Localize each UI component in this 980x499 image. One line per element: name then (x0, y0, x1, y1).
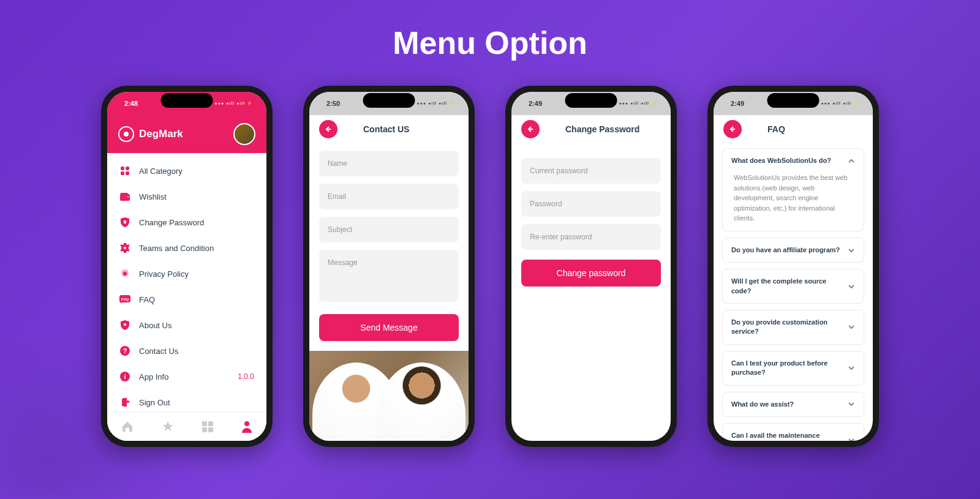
faq-item[interactable]: Will I get the complete source code? (722, 269, 864, 304)
svg-rect-1 (126, 167, 129, 170)
status-time: 2:50 (326, 100, 340, 107)
chevron-down-icon (848, 402, 855, 407)
phone-contact: 2:50 ●●● ●ıll ●ıll ⚡ Contact US Send Mes… (303, 86, 475, 447)
menu-item-terms[interactable]: Teams and Condition (107, 235, 266, 261)
menu-label: App Info (139, 372, 229, 381)
bottom-nav (107, 411, 266, 441)
grid-icon (119, 165, 130, 176)
brand-bar: DegMark (107, 115, 266, 153)
nav-profile[interactable] (241, 421, 252, 433)
screen-title: Contact US (363, 124, 409, 134)
svg-text:i: i (124, 373, 126, 380)
faq-item[interactable]: What do we assist? (722, 392, 864, 417)
nav-star[interactable] (162, 421, 174, 433)
page-title: Menu Option (393, 24, 587, 61)
gear-icon (119, 242, 130, 253)
chevron-down-icon (848, 366, 855, 370)
help-icon: ? (119, 345, 130, 356)
phone-password: 2:49 ●●● ●ıll ●ıll ⚡ Change Password Cha… (505, 86, 677, 447)
status-icons: ●●● ●ıll ●ıll ⚡ (619, 101, 657, 106)
menu-item-about[interactable]: About Us (107, 312, 266, 338)
menu-label: Teams and Condition (139, 244, 254, 253)
svg-rect-4 (124, 220, 126, 223)
menu-label: Change Password (139, 218, 254, 227)
menu-list: All Category Wishlist Change Password Te… (107, 153, 266, 420)
status-icons: ●●● ●ıll ●ıll ⚡ (214, 101, 253, 106)
reenter-password-field[interactable] (521, 224, 661, 250)
faq-list: What does WebSolutionUs do? WebSolutionU… (714, 143, 873, 441)
svg-rect-0 (121, 167, 124, 170)
wallet-icon (119, 191, 130, 202)
svg-rect-17 (208, 427, 213, 432)
faq-question: What do we assist? (731, 400, 794, 409)
menu-item-appinfo[interactable]: i App Info 1.0.0 (107, 364, 266, 389)
menu-item-faq[interactable]: FAQ FAQ (107, 287, 266, 312)
menu-label: Contact Us (139, 347, 254, 356)
menu-item-change-password[interactable]: Change Password (107, 209, 266, 235)
faq-question: What does WebSolutionUs do? (731, 156, 831, 165)
faq-item[interactable]: What does WebSolutionUs do? WebSolutionU… (722, 148, 864, 231)
screen-header: Change Password (511, 115, 671, 143)
status-time: 2:48 (124, 100, 138, 107)
svg-point-8 (124, 323, 126, 326)
faq-item[interactable]: Do you have an affiliate program? (722, 238, 864, 263)
password-form: Change password (511, 143, 671, 294)
screen-title: FAQ (767, 124, 785, 134)
email-field[interactable] (319, 184, 459, 209)
screen-header: FAQ (714, 115, 873, 143)
svg-rect-14 (202, 421, 207, 426)
faq-question: Can I test your product before purchase? (731, 359, 843, 378)
screen-header: Contact US (309, 115, 469, 143)
faq-question: Do you provide customization service? (731, 318, 843, 337)
svg-text:FAQ: FAQ (121, 298, 129, 301)
shield-icon (119, 217, 130, 228)
menu-item-all-category[interactable]: All Category (107, 158, 266, 184)
svg-rect-15 (208, 421, 213, 426)
contact-form: Send Message (309, 143, 469, 348)
back-button[interactable] (319, 120, 337, 138)
chevron-down-icon (848, 284, 855, 289)
password-field[interactable] (521, 191, 661, 217)
contact-image (309, 351, 469, 441)
send-message-button[interactable]: Send Message (319, 314, 459, 341)
back-button[interactable] (723, 120, 742, 138)
status-icons: ●●● ●ıll ●ıll ⚡ (417, 101, 455, 106)
status-time: 2:49 (529, 100, 542, 107)
name-field[interactable] (319, 151, 459, 176)
phone-faq: 2:49 ●●● ●ıll ●ıll ⚡ FAQ What does WebSo… (707, 86, 879, 447)
screen-title: Change Password (565, 124, 639, 134)
faq-item[interactable]: Can I test your product before purchase? (722, 351, 864, 386)
faq-item[interactable]: Can I avail the maintenance support for … (722, 423, 864, 441)
avatar[interactable] (233, 123, 255, 145)
chevron-down-icon (848, 248, 855, 253)
message-field[interactable] (319, 250, 459, 302)
cog-icon (119, 268, 130, 279)
lock-icon (119, 320, 130, 331)
menu-label: Privacy Policy (139, 269, 254, 279)
faq-answer: WebSolutionUs provides the best web solu… (731, 173, 855, 223)
menu-item-contact[interactable]: ? Contact Us (107, 338, 266, 364)
nav-home[interactable] (121, 421, 134, 433)
svg-rect-16 (202, 427, 207, 432)
menu-item-wishlist[interactable]: Wishlist (107, 184, 266, 209)
faq-item[interactable]: Do you provide customization service? (722, 310, 864, 345)
svg-rect-2 (121, 171, 124, 175)
subject-field[interactable] (319, 217, 459, 242)
svg-rect-3 (126, 171, 129, 175)
nav-grid[interactable] (202, 421, 213, 432)
back-button[interactable] (521, 120, 540, 138)
svg-text:?: ? (123, 347, 127, 355)
menu-label: Wishlist (139, 192, 254, 201)
menu-label: FAQ (139, 295, 254, 304)
app-version: 1.0.0 (238, 372, 254, 381)
menu-item-privacy[interactable]: Privacy Policy (107, 261, 266, 287)
menu-label: Sign Out (139, 398, 254, 407)
current-password-field[interactable] (521, 158, 661, 184)
svg-point-18 (244, 421, 249, 426)
status-icons: ●●● ●ıll ●ıll ⚡ (821, 101, 859, 106)
menu-label: All Category (139, 167, 254, 176)
faq-question: Do you have an affiliate program? (731, 246, 840, 255)
chevron-down-icon (848, 325, 855, 329)
brand-logo-icon (118, 126, 134, 142)
change-password-button[interactable]: Change password (521, 260, 661, 287)
